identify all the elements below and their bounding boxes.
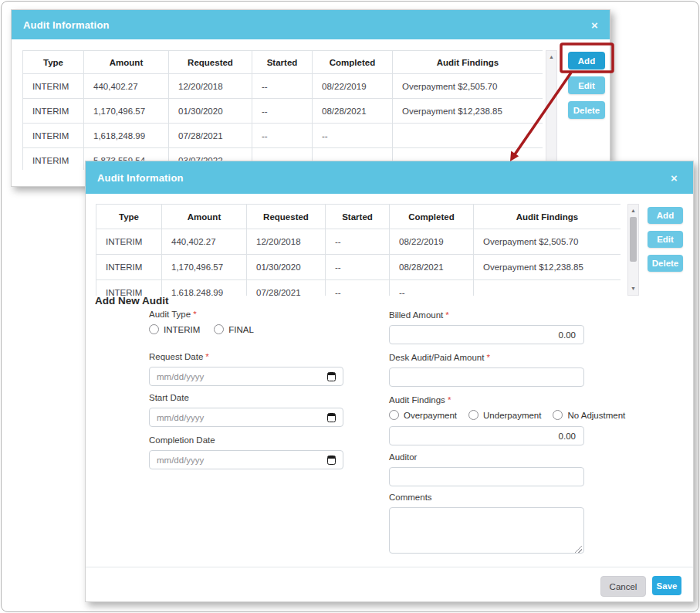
cell-requested: 07/28/2021 <box>247 280 326 296</box>
column-header-started: Started <box>252 51 313 74</box>
audit-table: Type Amount Requested Started Completed … <box>22 50 543 170</box>
table-row[interactable]: INTERIM 440,402.27 12/20/2018 -- 08/22/2… <box>23 74 543 99</box>
cell-type: INTERIM <box>96 255 162 280</box>
screen: Audit Information × Type Amount Requeste… <box>0 0 700 613</box>
desk-audit-amount-field: Desk Audit/Paid Amount* <box>389 353 584 387</box>
date-placeholder: mm/dd/yyyy <box>157 413 327 422</box>
cell-type: INTERIM <box>23 148 84 171</box>
desk-audit-amount-label: Desk Audit/Paid Amount <box>389 353 484 362</box>
footer-divider <box>86 567 693 567</box>
save-button[interactable]: Save <box>652 576 681 595</box>
close-icon[interactable]: × <box>671 172 678 184</box>
audit-findings-amount-input[interactable] <box>389 426 584 445</box>
scrollbar-thumb[interactable] <box>630 217 637 262</box>
edit-button[interactable]: Edit <box>648 231 683 248</box>
start-date-input[interactable]: mm/dd/yyyy <box>149 408 343 427</box>
cell-amount: 1,170,496.57 <box>162 255 247 280</box>
cell-amount: 1,618,248.99 <box>162 280 247 296</box>
table-row[interactable]: INTERIM 1,618,248.99 07/28/2021 -- -- <box>96 280 621 296</box>
cell-completed: 08/28/2021 <box>390 255 474 280</box>
radio-underpayment[interactable] <box>468 410 479 420</box>
required-marker: * <box>205 352 208 361</box>
calendar-icon[interactable] <box>327 456 336 465</box>
column-header-audit-findings: Audit Findings <box>474 205 621 229</box>
add-new-audit-heading: Add New Audit <box>95 295 169 306</box>
cell-completed: -- <box>313 124 393 148</box>
required-marker: * <box>448 395 451 405</box>
comments-label: Comments <box>389 493 584 502</box>
cell-type: INTERIM <box>23 124 84 148</box>
request-date-label: Request Date <box>149 352 203 361</box>
radio-underpayment-label: Underpayment <box>483 411 541 420</box>
table-header-row: Type Amount Requested Started Completed … <box>23 51 543 74</box>
cell-started: -- <box>326 280 390 296</box>
radio-interim[interactable] <box>149 324 159 334</box>
cell-started: -- <box>326 229 390 255</box>
cell-findings: Overpayment $12,238.85 <box>393 99 543 124</box>
edit-button[interactable]: Edit <box>568 76 605 94</box>
cell-findings: Overpayment $2,505.70 <box>474 229 621 255</box>
delete-button[interactable]: Delete <box>648 255 683 272</box>
cell-completed: 08/28/2021 <box>313 99 393 124</box>
audit-table-viewport: Type Amount Requested Started Completed … <box>22 50 543 170</box>
billed-amount-input[interactable] <box>389 325 584 344</box>
cell-started: -- <box>252 74 313 99</box>
table-header-row: Type Amount Requested Started Completed … <box>96 205 621 229</box>
cell-started: -- <box>252 124 313 148</box>
table-row[interactable]: INTERIM 1,618,248.99 07/28/2021 -- -- <box>23 124 543 148</box>
cell-amount: 440,402.27 <box>84 74 169 99</box>
date-placeholder: mm/dd/yyyy <box>157 372 327 381</box>
column-header-audit-findings: Audit Findings <box>393 51 543 74</box>
completion-date-input[interactable]: mm/dd/yyyy <box>149 450 343 469</box>
table-scrollbar[interactable]: ▲ ▼ <box>627 204 639 296</box>
column-header-requested: Requested <box>169 51 252 74</box>
auditor-input[interactable] <box>389 467 584 486</box>
radio-final-label: FINAL <box>228 325 254 334</box>
column-header-type: Type <box>96 205 162 229</box>
auditor-label: Auditor <box>389 452 584 462</box>
close-icon[interactable]: × <box>591 19 598 31</box>
required-marker: * <box>193 310 196 319</box>
radio-no-adjustment[interactable] <box>553 410 563 420</box>
audit-type-label: Audit Type <box>149 310 191 319</box>
cell-amount: 440,402.27 <box>162 229 247 255</box>
calendar-icon[interactable] <box>327 372 336 381</box>
scroll-up-icon[interactable]: ▲ <box>628 207 638 215</box>
delete-button[interactable]: Delete <box>568 101 605 119</box>
footer-buttons: Cancel Save <box>600 576 681 597</box>
scroll-down-icon[interactable]: ▼ <box>628 285 638 293</box>
table-row[interactable]: INTERIM 1,170,496.57 01/30/2020 -- 08/28… <box>96 255 621 280</box>
desk-audit-amount-input[interactable] <box>389 367 584 387</box>
billed-amount-label: Billed Amount <box>389 310 443 320</box>
completion-date-field: Completion Date mm/dd/yyyy <box>149 435 343 469</box>
cell-amount: 1,618,248.99 <box>84 124 169 148</box>
cancel-button[interactable]: Cancel <box>600 576 646 597</box>
cell-started: -- <box>252 99 313 124</box>
add-button[interactable]: Add <box>648 207 683 224</box>
table-row[interactable]: INTERIM 1,170,496.57 01/30/2020 -- 08/28… <box>23 99 543 124</box>
audit-findings-label: Audit Findings <box>389 395 445 405</box>
add-button[interactable]: Add <box>568 52 605 69</box>
cell-completed: 08/22/2019 <box>313 74 393 99</box>
auditor-field: Auditor <box>389 452 584 486</box>
radio-overpayment[interactable] <box>389 410 399 420</box>
scroll-up-icon[interactable]: ▲ <box>546 53 556 61</box>
modal-title: Audit Information <box>97 172 184 184</box>
cell-requested: 07/28/2021 <box>169 124 252 148</box>
table-scrollbar[interactable]: ▲ <box>546 50 557 170</box>
date-placeholder: mm/dd/yyyy <box>157 456 327 465</box>
radio-no-adjustment-label: No Adjustment <box>567 411 625 420</box>
request-date-input[interactable]: mm/dd/yyyy <box>149 367 343 386</box>
radio-final[interactable] <box>214 324 224 334</box>
cell-type: INTERIM <box>23 99 84 124</box>
audit-information-modal: Audit Information × Type Amount Requeste… <box>85 161 694 602</box>
cell-requested: 01/30/2020 <box>247 255 326 280</box>
column-header-amount: Amount <box>84 51 169 74</box>
comments-input[interactable] <box>389 507 584 554</box>
cell-requested: 12/20/2018 <box>247 229 326 255</box>
calendar-icon[interactable] <box>327 413 336 422</box>
cell-findings: Overpayment $12,238.85 <box>474 255 621 280</box>
cell-requested: 12/20/2018 <box>169 74 252 99</box>
audit-findings-field: Audit Findings* Overpayment Underpayment… <box>389 395 584 445</box>
table-row[interactable]: INTERIM 440,402.27 12/20/2018 -- 08/22/2… <box>96 229 621 255</box>
